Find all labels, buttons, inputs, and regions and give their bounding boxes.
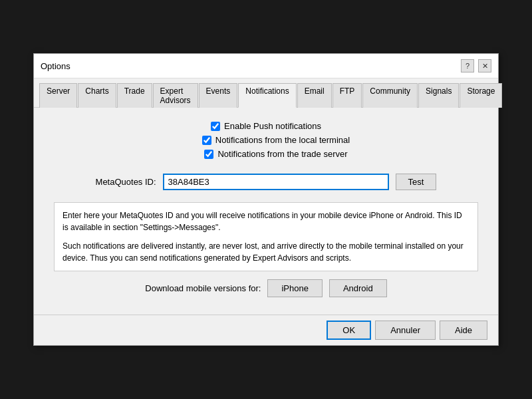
tab-email[interactable]: Email bbox=[297, 83, 332, 108]
footer: OK Annuler Aide bbox=[34, 315, 498, 345]
title-bar-controls: ? ✕ bbox=[461, 59, 491, 72]
tab-community[interactable]: Community bbox=[362, 83, 418, 108]
local-terminal-checkbox[interactable] bbox=[202, 136, 211, 145]
close-button[interactable]: ✕ bbox=[478, 59, 491, 72]
tab-signals[interactable]: Signals bbox=[418, 83, 459, 108]
iphone-button[interactable]: iPhone bbox=[267, 279, 322, 297]
download-section: Download mobile versions for: iPhone And… bbox=[54, 279, 478, 297]
tab-trade[interactable]: Trade bbox=[117, 83, 152, 108]
tab-server[interactable]: Server bbox=[39, 83, 77, 108]
metaquotes-id-label: MetaQuotes ID: bbox=[96, 177, 156, 187]
help-button[interactable]: ? bbox=[461, 59, 474, 72]
title-bar: Options ? ✕ bbox=[34, 54, 498, 78]
tab-events[interactable]: Events bbox=[199, 83, 238, 108]
enable-push-row: Enable Push notifications bbox=[54, 121, 478, 131]
tab-ftp[interactable]: FTP bbox=[332, 83, 362, 108]
enable-push-label: Enable Push notifications bbox=[224, 121, 321, 131]
tab-storage[interactable]: Storage bbox=[460, 83, 502, 108]
enable-push-checkbox[interactable] bbox=[211, 122, 220, 131]
checkboxes-section: Enable Push notifications Notifications … bbox=[54, 121, 478, 163]
options-window: Options ? ✕ Server Charts Trade Expert A… bbox=[33, 53, 499, 346]
trade-server-checkbox[interactable] bbox=[204, 150, 213, 159]
tabs-bar: Server Charts Trade Expert Advisors Even… bbox=[34, 78, 498, 108]
window-title: Options bbox=[41, 61, 70, 71]
help-footer-button[interactable]: Aide bbox=[440, 321, 487, 340]
tab-charts[interactable]: Charts bbox=[78, 83, 116, 108]
content-area: Enable Push notifications Notifications … bbox=[34, 108, 498, 315]
info-text-box: Enter here your MetaQuotes ID and you wi… bbox=[54, 202, 478, 271]
info-text-2: Such notifications are delivered instant… bbox=[63, 240, 469, 264]
tab-expert-advisors[interactable]: Expert Advisors bbox=[153, 83, 198, 108]
test-button[interactable]: Test bbox=[396, 174, 437, 190]
metaquotes-id-input[interactable] bbox=[163, 174, 389, 190]
tab-notifications[interactable]: Notifications bbox=[238, 83, 296, 108]
metaquotes-row: MetaQuotes ID: Test bbox=[54, 174, 478, 190]
trade-server-row: Notifications from the trade server bbox=[54, 149, 478, 159]
ok-button[interactable]: OK bbox=[327, 321, 371, 340]
download-label: Download mobile versions for: bbox=[145, 283, 261, 293]
info-text-1: Enter here your MetaQuotes ID and you wi… bbox=[63, 209, 469, 233]
local-terminal-label: Notifications from the local terminal bbox=[215, 135, 350, 145]
trade-server-label: Notifications from the trade server bbox=[217, 149, 347, 159]
local-terminal-row: Notifications from the local terminal bbox=[54, 135, 478, 145]
cancel-button[interactable]: Annuler bbox=[375, 321, 436, 340]
android-button[interactable]: Android bbox=[329, 279, 387, 297]
